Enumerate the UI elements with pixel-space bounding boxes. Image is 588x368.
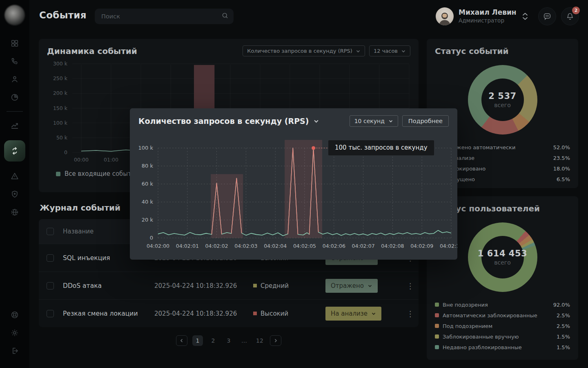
topbar: События Михаил Левин Администратор 2 (29, 0, 588, 33)
event-name: Резкая смена локации (63, 310, 154, 317)
svg-text:0: 0 (64, 149, 67, 155)
legend-swatch (56, 172, 60, 176)
grid-icon (10, 39, 19, 48)
sidebar-divider (7, 111, 23, 112)
chat-bubble-icon (543, 12, 552, 21)
select-all-checkbox[interactable] (47, 228, 54, 235)
svg-text:250 k: 250 k (53, 75, 68, 81)
search-icon[interactable] (221, 12, 229, 21)
sidebar (0, 0, 29, 368)
pagination-prev-icon[interactable] (176, 335, 187, 346)
page-title: События (39, 10, 87, 20)
users-status-donut: 1 614 453 всего (468, 222, 537, 292)
events-status-title: Статус событий (435, 46, 570, 56)
table-row[interactable]: Резкая смена локации 2025-04-224 10:18:3… (39, 299, 419, 327)
svg-text:50 k: 50 k (56, 135, 68, 141)
sidebar-item-alerts[interactable] (10, 171, 20, 181)
sidebar-item-security[interactable] (10, 189, 20, 199)
sidebar-item-network[interactable] (10, 207, 20, 217)
interval-select[interactable]: 10 секунд (350, 115, 398, 127)
warning-triangle-icon (10, 172, 19, 181)
chevron-down-icon (388, 119, 393, 123)
sidebar-item-calls[interactable] (10, 56, 20, 66)
legend-item: Недавно разблокированные 1.5% (435, 342, 570, 352)
events-total-label: всего (494, 102, 510, 108)
search-bar (95, 9, 234, 24)
metric-select[interactable]: Количество запросов в секунду (RPS) (243, 45, 365, 56)
sidebar-item-analytics[interactable] (10, 121, 20, 130)
pagination: 1 2 3 … 12 (39, 335, 419, 346)
row-menu-kebab-icon[interactable] (402, 281, 419, 290)
pie-chart-icon (10, 93, 19, 102)
users-status-legend: Вне подозрения 92.0% Автоматически забло… (435, 299, 570, 352)
chevron-down-icon (371, 311, 376, 316)
event-name: DDoS атака (63, 282, 154, 289)
svg-text:04:02:05: 04:02:05 (293, 243, 316, 249)
chevron-down-icon (313, 118, 319, 124)
user-icon (10, 75, 19, 84)
svg-text:20 k: 20 k (142, 217, 154, 223)
sidebar-item-events-active[interactable] (4, 140, 25, 162)
chevrons-up-down-icon (522, 11, 528, 21)
details-button[interactable]: Подробнее (402, 115, 449, 127)
sidebar-item-support[interactable] (10, 310, 20, 320)
messages-button[interactable] (538, 7, 556, 25)
pagination-page[interactable]: 3 (223, 335, 234, 346)
search-input[interactable] (101, 13, 221, 20)
range-select[interactable]: 12 часов (369, 45, 410, 56)
svg-text:80 k: 80 k (142, 163, 154, 169)
events-status-donut: 2 537 всего (468, 65, 537, 135)
user-menu-expander[interactable] (522, 11, 528, 23)
pagination-page[interactable]: 2 (208, 335, 218, 346)
status-select[interactable]: Отражено (325, 279, 378, 293)
globe-icon (10, 208, 19, 217)
row-checkbox[interactable] (47, 282, 54, 289)
row-checkbox[interactable] (47, 254, 54, 262)
shield-icon (10, 190, 19, 199)
severity-swatch (253, 312, 257, 315)
chart-tooltip: 100 тыс. запросов в секунду (328, 140, 434, 155)
svg-text:04:02:07: 04:02:07 (352, 243, 375, 249)
sidebar-item-users[interactable] (10, 74, 20, 84)
event-severity: Высокий (253, 310, 325, 317)
chevron-down-icon (356, 49, 361, 54)
svg-text:0: 0 (150, 235, 153, 241)
app-logo (4, 5, 25, 25)
svg-text:04:02:02: 04:02:02 (205, 243, 228, 249)
svg-text:04:02:09: 04:02:09 (410, 243, 433, 249)
phone-icon (10, 57, 19, 66)
user-name: Михаил Левин (459, 8, 517, 16)
legend-item: Под подозрением 2.5% (435, 321, 570, 331)
pagination-ellipsis: … (239, 335, 249, 346)
pagination-page[interactable]: 1 (192, 335, 203, 346)
avatar[interactable] (436, 7, 454, 25)
events-total: 2 537 (488, 91, 516, 101)
lifebuoy-icon (10, 310, 19, 319)
line-chart-icon (10, 121, 19, 130)
svg-text:100 k: 100 k (138, 145, 154, 151)
pagination-page[interactable]: 12 (254, 335, 265, 346)
svg-text:04:02:04: 04:02:04 (264, 243, 287, 249)
events-dynamics-title: Динамика событий (47, 46, 137, 56)
sidebar-item-reports[interactable] (10, 92, 20, 102)
sidebar-item-settings[interactable] (10, 328, 20, 338)
severity-swatch (253, 284, 257, 287)
sidebar-item-dashboard[interactable] (10, 38, 20, 48)
status-select[interactable]: На анализе (325, 307, 381, 321)
svg-text:01:00: 01:00 (104, 157, 118, 163)
legend-item: Все входящие события (56, 170, 139, 177)
sidebar-item-logout[interactable] (10, 346, 20, 356)
users-total-label: всего (494, 259, 510, 266)
pagination-next-icon[interactable] (270, 335, 281, 346)
notifications-button[interactable]: 2 (561, 7, 579, 25)
sync-events-icon (10, 146, 20, 156)
table-row[interactable]: DDoS атака 2025-04-224 10:18:32.926 Сред… (39, 272, 419, 299)
row-menu-kebab-icon[interactable] (402, 309, 419, 318)
row-checkbox[interactable] (47, 310, 54, 317)
users-total: 1 614 453 (478, 249, 527, 258)
user-role: Администратор (459, 17, 504, 24)
svg-text:04:02:03: 04:02:03 (234, 243, 257, 249)
modal-title-dropdown[interactable]: Количество запросов в секунду (RPS) (138, 117, 319, 126)
legend-item: Вне подозрения 92.0% (435, 299, 570, 310)
sidebar-nav (4, 38, 25, 217)
